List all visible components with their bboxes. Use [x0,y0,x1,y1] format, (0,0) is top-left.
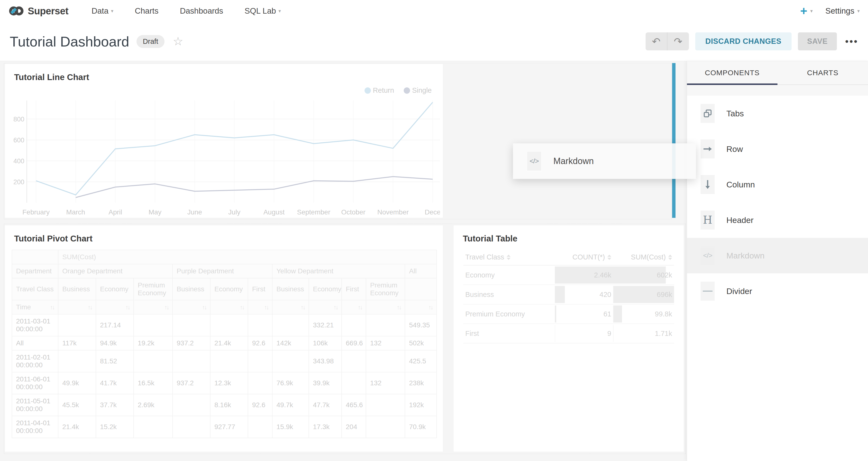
sort-icon[interactable]: ↑↓ [301,304,305,311]
pivot-sort-header[interactable]: ↑↓ [58,300,96,314]
pivot-row: 2011-04-01 00:00:0021.4k15.2k927.7715.9k… [12,416,437,438]
dashboard-header: Tutorial Dashboard Draft ☆ ↶ ↷ DISCARD C… [0,22,868,61]
undo-button[interactable]: ↶ [646,32,667,51]
table-cell-sum: 99.8k [613,304,674,324]
pivot-value-cell: 15.2k [96,416,133,438]
pivot-sort-header[interactable]: ↑↓ [309,300,342,314]
pivot-value-cell [210,314,248,336]
pivot-sort-header[interactable]: ↑↓ [405,300,437,314]
x-tick-label: July [228,208,241,216]
pivot-sort-header[interactable]: ↑↓ [173,300,210,314]
pivot-value-cell: 132 [366,372,405,394]
pivot-sort-header[interactable]: ↑↓ [366,300,405,314]
table-cell-count: 61 [555,304,613,324]
legend-item-return[interactable]: Return [365,86,394,94]
sort-icon[interactable]: ↑↓ [240,304,244,311]
pivot-value-cell [248,314,272,336]
x-tick-label: April [108,208,122,216]
table-column-header[interactable]: COUNT(*) [555,249,613,265]
pivot-value-cell: 47.7k [309,394,342,416]
sort-icon[interactable]: ↑↓ [50,304,54,311]
table-cell-count: 2.46k [555,265,613,285]
pivot-sort-header[interactable]: ↑↓ [272,300,309,314]
nav-item-sql-lab[interactable]: SQL Lab▾ [245,6,281,16]
pivot-value-cell [366,314,405,336]
pivot-sort-header[interactable]: ↑↓ [133,300,173,314]
pivot-class-header: First [342,278,366,300]
sort-icon[interactable] [668,255,672,260]
markdown-drag-preview[interactable]: </> Markdown [513,143,696,179]
pivot-value-cell: 21.4k [210,336,248,350]
sort-icon[interactable]: ↑↓ [333,304,338,311]
pivot-value-cell: 41.7k [96,372,133,394]
pivot-value-cell [366,416,405,438]
table-column-header[interactable]: SUM(Cost) [613,249,674,265]
pivot-value-cell: 238k [405,372,437,394]
svg-text:800: 800 [13,116,24,123]
pivot-chart-card[interactable]: Tutorial Pivot Chart SUM(Cost)Department… [5,225,443,452]
superset-logo[interactable]: Superset [8,5,68,17]
component-item-divider[interactable]: Divider [687,273,868,309]
sort-icon[interactable]: ↑↓ [358,304,362,311]
chevron-down-icon: ▾ [278,8,281,14]
x-tick-label: May [149,208,162,216]
sort-icon[interactable]: ↑↓ [264,304,268,311]
table-cell-travel-class: First [463,324,555,343]
sort-icon[interactable]: ↑↓ [88,304,92,311]
line-chart-card[interactable]: Tutorial Line Chart ReturnSingle 2004006… [5,64,443,218]
table-cell-travel-class: Economy [463,265,555,285]
pivot-value-cell: 669.6 [342,336,366,350]
x-tick-label: October [341,208,366,216]
pivot-class-header: Premium Economy [133,278,173,300]
legend-item-single[interactable]: Single [404,86,432,94]
component-item-tabs[interactable]: Tabs [687,96,868,131]
dashboard-canvas: Tutorial Line Chart ReturnSingle 2004006… [0,61,868,461]
data-table: Travel ClassCOUNT(*)SUM(Cost)Economy2.46… [463,249,674,343]
sort-icon[interactable] [608,255,611,260]
component-item-markdown[interactable]: </> Markdown [687,238,868,273]
data-table-card[interactable]: Tutorial Table Travel ClassCOUNT(*)SUM(C… [454,225,684,452]
page-title[interactable]: Tutorial Dashboard [10,33,129,50]
new-item-button[interactable]: + ▾ [800,6,812,16]
pivot-department-header: Orange Department [58,264,173,278]
legend-label: Single [412,86,432,94]
pivot-value-cell [173,394,210,416]
chevron-down-icon: ▾ [810,8,813,14]
table-column-header[interactable]: Travel Class [463,249,555,265]
pivot-value-cell: 142k [272,336,309,350]
pivot-time-sort-header[interactable]: Time↑↓ [12,300,58,314]
nav-item-data[interactable]: Data▾ [92,6,114,16]
settings-menu[interactable]: Settings ▾ [826,6,860,16]
component-label: Header [726,215,754,225]
svg-text:200: 200 [13,178,24,186]
table-cell-travel-class: Business [463,285,555,304]
component-item-row[interactable]: Row [687,131,868,167]
pivot-value-cell: 12.3k [210,372,248,394]
sort-icon[interactable]: ↑↓ [428,304,432,311]
discard-changes-button[interactable]: DISCARD CHANGES [695,32,792,51]
top-nav: Superset Data▾ Charts Dashboards SQL Lab… [0,0,868,22]
sort-icon[interactable]: ↑↓ [202,304,206,311]
pivot-sort-header[interactable]: ↑↓ [96,300,133,314]
pivot-value-cell: 92.6 [248,394,272,416]
chart-legend: ReturnSingle [365,86,432,94]
component-item-header[interactable]: H Header [687,202,868,238]
sort-icon[interactable]: ↑↓ [397,304,401,311]
pivot-value-cell: 92.6 [248,336,272,350]
sort-icon[interactable]: ↑↓ [164,304,168,311]
pivot-sort-header[interactable]: ↑↓ [248,300,272,314]
save-button[interactable]: SAVE [798,32,837,51]
pivot-department-header: Yellow Department [272,264,405,278]
pivot-sort-header[interactable]: ↑↓ [210,300,248,314]
tab-charts[interactable]: CHARTS [777,61,868,85]
favorite-star-icon[interactable]: ☆ [173,35,183,47]
sort-icon[interactable]: ↑↓ [125,304,129,311]
redo-button[interactable]: ↷ [667,32,689,51]
tab-components[interactable]: COMPONENTS [687,61,777,85]
pivot-sort-header[interactable]: ↑↓ [342,300,366,314]
sort-icon[interactable] [507,255,510,260]
more-options-button[interactable]: ••• [845,36,858,47]
nav-item-dashboards[interactable]: Dashboards [180,6,223,16]
component-item-column[interactable]: Column [687,167,868,202]
nav-item-charts[interactable]: Charts [135,6,158,16]
